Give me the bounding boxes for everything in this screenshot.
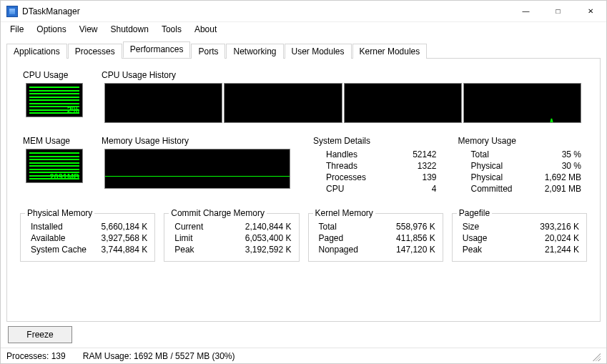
status-ram: RAM Usage: 1692 MB / 5527 MB (30%) xyxy=(83,351,235,361)
tab-applications[interactable]: Applications xyxy=(6,44,67,59)
tab-content-performances: CPU Usage 2% CPU Usage History MEM Usag xyxy=(6,58,601,322)
tab-ports[interactable]: Ports xyxy=(191,44,225,59)
menu-shutdown[interactable]: Shutdown xyxy=(104,23,155,36)
menu-about[interactable]: About xyxy=(188,23,223,36)
group-mem-usage: MEM Usage 2091MB xyxy=(20,142,86,200)
menubar: File Options View Shutdown Tools About xyxy=(1,22,606,36)
tab-processes[interactable]: Processes xyxy=(68,44,122,59)
group-physical-memory: Physical Memory Installed5,660,184 K Ava… xyxy=(20,213,155,262)
mem-usage-title: MEM Usage xyxy=(21,136,71,146)
menu-file[interactable]: File xyxy=(4,23,30,36)
tab-user-modules[interactable]: User Modules xyxy=(285,44,352,59)
group-pagefile: Pagefile Size393,216 K Usage20,024 K Pea… xyxy=(452,213,587,262)
group-cpu-usage: CPU Usage 2% xyxy=(20,76,86,129)
mem-history-title: Memory Usage History xyxy=(100,136,190,146)
close-button[interactable]: ✕ xyxy=(574,1,606,22)
cpu-usage-gauge: 2% xyxy=(26,83,83,117)
cpu-usage-value: 2% xyxy=(67,105,79,115)
memory-usage-title: Memory Usage xyxy=(457,136,518,146)
menu-tools[interactable]: Tools xyxy=(155,23,188,36)
cpu-history-title: CPU Usage History xyxy=(100,70,177,80)
tab-networking[interactable]: Networking xyxy=(226,44,283,59)
system-details-title: System Details xyxy=(312,136,372,146)
tab-strip: Applications Processes Performances Port… xyxy=(6,42,601,58)
group-mem-history: Memory Usage History xyxy=(99,142,297,200)
tab-performances[interactable]: Performances xyxy=(123,41,191,58)
status-processes: Processes: 139 xyxy=(6,351,66,361)
mem-usage-gauge: 2091MB xyxy=(26,149,83,183)
cpu-history-core-1 xyxy=(104,83,222,123)
menu-options[interactable]: Options xyxy=(30,23,72,36)
app-icon xyxy=(6,6,18,17)
freeze-button[interactable]: Freeze xyxy=(8,326,72,343)
menu-view[interactable]: View xyxy=(73,23,104,36)
mem-usage-value: 2091MB xyxy=(49,172,79,181)
group-system-details: System Details Handles52142 Threads1322 … xyxy=(310,142,443,200)
cpu-history-core-4 xyxy=(463,83,581,123)
minimize-button[interactable]: — xyxy=(510,1,542,22)
cpu-history-core-2 xyxy=(224,83,342,123)
group-cpu-history: CPU Usage History xyxy=(99,76,587,129)
statusbar: Processes: 139 RAM Usage: 1692 MB / 5527… xyxy=(1,348,606,363)
group-commit-charge: Commit Charge Memory Current2,140,844 K … xyxy=(164,213,299,262)
tab-kerner-modules[interactable]: Kerner Modules xyxy=(352,44,428,59)
window-title: DTaskManager xyxy=(22,6,80,16)
cpu-history-core-3 xyxy=(344,83,462,123)
group-kernel-memory: Kernel Memory Total558,976 K Paged411,85… xyxy=(308,213,443,262)
titlebar: DTaskManager — □ ✕ xyxy=(1,1,606,22)
maximize-button[interactable]: □ xyxy=(542,1,574,22)
group-memory-usage: Memory Usage Total35 % Physical30 % Phys… xyxy=(455,142,588,200)
resize-grip-icon[interactable] xyxy=(591,351,601,361)
cpu-usage-title: CPU Usage xyxy=(21,70,69,80)
mem-history-graph xyxy=(104,149,290,189)
